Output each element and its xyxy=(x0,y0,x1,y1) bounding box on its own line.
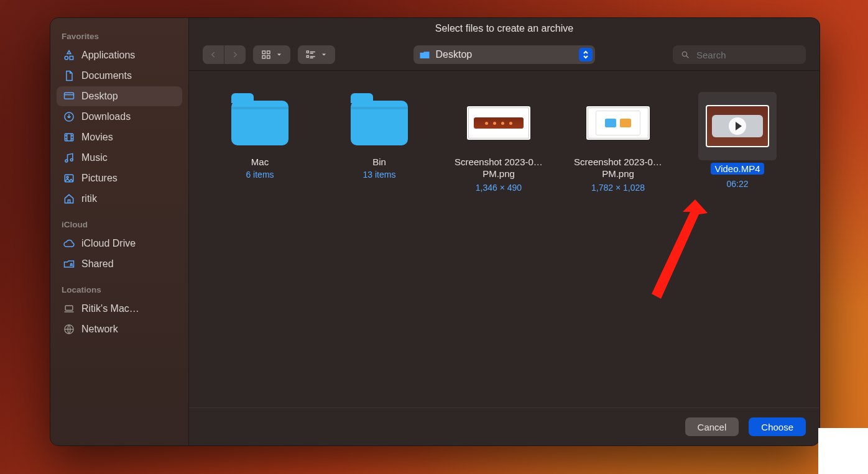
sidebar-item-label: iCloud Drive xyxy=(81,238,136,249)
file-meta: 6 items xyxy=(246,170,274,180)
nav-back-forward xyxy=(203,45,246,64)
play-icon xyxy=(729,117,746,135)
group-by-button[interactable] xyxy=(298,45,335,64)
sidebar-item-shared[interactable]: Shared xyxy=(57,254,182,274)
file-name: Bin xyxy=(372,157,386,167)
movies-icon xyxy=(63,131,75,144)
sidebar-item-downloads[interactable]: Downloads xyxy=(57,107,182,127)
group-by xyxy=(298,45,335,64)
choose-button[interactable]: Choose xyxy=(749,417,806,436)
file-tile-selected[interactable]: Video.MP4 06:22 xyxy=(681,92,793,193)
cloud-icon xyxy=(63,237,75,250)
file-tile[interactable]: Bin 13 items xyxy=(323,92,435,193)
svg-rect-2 xyxy=(65,93,74,99)
file-tile[interactable]: Screenshot 2023-0…PM.png 1,346 × 490 xyxy=(443,92,555,193)
sidebar-item-label: ritik xyxy=(81,193,97,204)
sidebar: Favorites Applications Documents Desktop… xyxy=(50,18,189,445)
up-down-chevron-icon xyxy=(579,48,593,62)
sidebar-item-label: Applications xyxy=(81,50,135,61)
file-name: Screenshot 2023-0…PM.png xyxy=(565,157,671,180)
music-icon xyxy=(63,152,75,164)
svg-point-8 xyxy=(67,176,68,178)
documents-icon xyxy=(63,70,75,82)
search-input[interactable] xyxy=(695,49,798,61)
globe-icon xyxy=(63,323,75,335)
svg-rect-13 xyxy=(267,51,270,54)
sidebar-item-movies[interactable]: Movies xyxy=(57,127,182,147)
nav-forward-button[interactable] xyxy=(224,45,246,64)
sidebar-item-applications[interactable]: Applications xyxy=(57,45,182,65)
file-meta: 06:22 xyxy=(726,179,748,189)
search-field[interactable] xyxy=(673,45,806,64)
watermark-block xyxy=(818,428,868,474)
sidebar-item-documents[interactable]: Documents xyxy=(57,66,182,86)
svg-rect-17 xyxy=(307,56,308,58)
view-mode xyxy=(253,45,290,64)
laptop-icon xyxy=(63,303,75,315)
file-chooser-dialog: Favorites Applications Documents Desktop… xyxy=(50,17,820,446)
downloads-icon xyxy=(63,111,75,123)
sidebar-item-label: Desktop xyxy=(81,91,118,102)
dialog-footer: Cancel Choose xyxy=(189,408,820,445)
dialog-title: Select files to create an archive xyxy=(189,18,820,39)
sidebar-item-label: Shared xyxy=(81,258,114,270)
svg-rect-1 xyxy=(70,57,73,60)
sidebar-item-music[interactable]: Music xyxy=(57,148,182,168)
sidebar-item-pictures[interactable]: Pictures xyxy=(57,168,182,188)
desktop-icon xyxy=(63,90,75,103)
nav-back-button[interactable] xyxy=(203,45,224,64)
sidebar-section-icloud: iCloud xyxy=(57,215,182,233)
sidebar-item-label: Downloads xyxy=(81,111,131,122)
location-label: Desktop xyxy=(436,49,473,60)
sidebar-item-label: Movies xyxy=(81,132,113,143)
folder-icon xyxy=(418,49,431,60)
cancel-button[interactable]: Cancel xyxy=(685,417,739,436)
svg-rect-15 xyxy=(267,56,270,59)
video-thumb xyxy=(698,92,777,160)
sidebar-item-desktop[interactable]: Desktop xyxy=(57,86,182,106)
svg-point-5 xyxy=(65,160,68,162)
toolbar: Desktop xyxy=(189,39,820,71)
apps-icon xyxy=(63,49,75,62)
main-panel: Select files to create an archive xyxy=(189,18,820,445)
sidebar-item-label: Network xyxy=(81,324,118,335)
svg-point-18 xyxy=(682,52,686,56)
file-grid[interactable]: Mac 6 items Bin 13 items Screenshot 2023… xyxy=(189,71,820,408)
svg-rect-10 xyxy=(65,306,73,311)
image-thumb xyxy=(581,92,655,154)
svg-point-0 xyxy=(65,57,68,60)
sidebar-item-label: Documents xyxy=(81,70,132,81)
file-meta: 13 items xyxy=(363,170,396,180)
pictures-icon xyxy=(63,172,75,185)
svg-rect-4 xyxy=(65,134,73,141)
file-tile[interactable]: Screenshot 2023-0…PM.png 1,782 × 1,028 xyxy=(562,92,674,193)
image-thumb xyxy=(461,92,536,154)
svg-rect-16 xyxy=(307,51,308,53)
file-name: Mac xyxy=(251,157,269,167)
sidebar-item-icloud-drive[interactable]: iCloud Drive xyxy=(57,234,182,253)
file-meta: 1,346 × 490 xyxy=(476,183,522,193)
sidebar-item-home[interactable]: ritik xyxy=(57,189,182,209)
svg-rect-12 xyxy=(262,51,265,54)
file-name: Video.MP4 xyxy=(711,163,764,175)
sidebar-item-label: Pictures xyxy=(81,173,118,184)
view-mode-button[interactable] xyxy=(253,45,290,64)
file-meta: 1,782 × 1,028 xyxy=(591,183,645,193)
sidebar-section-favorites: Favorites xyxy=(57,27,182,45)
svg-rect-14 xyxy=(262,56,265,59)
sidebar-section-locations: Locations xyxy=(57,280,182,298)
folder-thumb xyxy=(342,92,417,154)
search-icon xyxy=(680,50,690,60)
sidebar-item-this-mac[interactable]: Ritik's Mac… xyxy=(57,299,182,319)
file-name: Screenshot 2023-0…PM.png xyxy=(446,157,552,180)
sidebar-item-label: Ritik's Mac… xyxy=(81,303,139,314)
sidebar-item-network[interactable]: Network xyxy=(57,319,182,339)
location-popup[interactable]: Desktop xyxy=(413,45,595,64)
folder-thumb xyxy=(223,92,297,154)
shared-folder-icon xyxy=(63,258,75,270)
home-icon xyxy=(63,193,75,205)
sidebar-item-label: Music xyxy=(81,152,108,163)
file-tile[interactable]: Mac 6 items xyxy=(204,92,316,193)
svg-point-6 xyxy=(70,158,73,161)
